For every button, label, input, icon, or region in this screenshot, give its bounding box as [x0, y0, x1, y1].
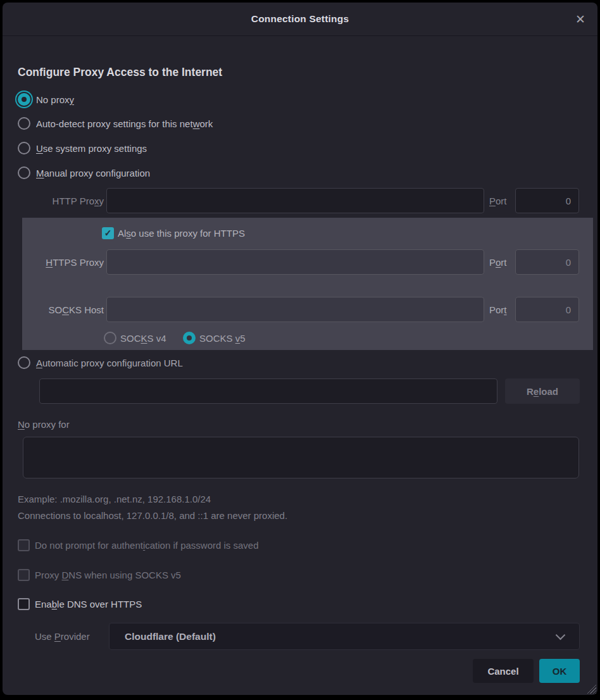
auto-config-url-input: [39, 378, 497, 404]
radio-label-auto-detect: Auto-detect proxy settings for this netw…: [36, 118, 213, 129]
https-proxy-row: HTTPS Proxy Port: [18, 249, 582, 275]
close-icon: ✕: [575, 12, 585, 27]
checkbox-proxy-dns: Proxy DNS when using SOCKS v5: [18, 567, 181, 582]
radio-option-manual-proxy[interactable]: Manual proxy configuration: [18, 165, 150, 181]
radio-label-socks-v4: SOCKS v4: [120, 333, 166, 344]
dialog-titlebar: Connection Settings: [3, 3, 597, 36]
no-proxy-example-text: Example: .mozilla.org, .net.nz, 192.168.…: [18, 492, 211, 506]
socks-port-label: Port: [489, 304, 513, 315]
checkbox-enable-doh[interactable]: Enable DNS over HTTPS: [18, 596, 142, 611]
page-title: Configure Proxy Access to the Internet: [18, 66, 222, 79]
socks-port-input: [515, 297, 579, 322]
no-proxy-for-textarea: [23, 437, 579, 478]
radio-label-no-proxy: No proxy: [36, 94, 74, 105]
radio-label-socks-v5: SOCKS v5: [199, 333, 246, 344]
https-port-label: Port: [489, 257, 513, 268]
radio-selected-icon: [183, 332, 196, 344]
close-button[interactable]: ✕: [572, 11, 589, 27]
http-proxy-label: HTTP Proxy: [18, 196, 104, 206]
checkbox-icon: [18, 539, 30, 551]
checkbox-label-no-prompt: Do not prompt for authentication if pass…: [35, 540, 259, 551]
socks-host-row: SOCKS Host Port: [18, 297, 582, 322]
socks-host-input: [106, 297, 484, 322]
checkbox-checked-icon: ✓: [102, 227, 114, 239]
radio-option-auto-config-url[interactable]: Automatic proxy configuration URL: [18, 354, 183, 371]
checkbox-icon: [18, 569, 30, 581]
check-icon: ✓: [104, 228, 112, 238]
radio-option-socks-v5: SOCKS v5: [183, 330, 246, 346]
radio-selected-icon: [18, 93, 30, 106]
connection-settings-dialog: Connection Settings ✕ Configure Proxy Ac…: [3, 3, 597, 695]
checkbox-also-use-https: ✓ Also use this proxy for HTTPS: [102, 225, 245, 241]
radio-label-system-proxy: Use system proxy settings: [36, 143, 147, 154]
checkbox-label-also-https: Also use this proxy for HTTPS: [118, 228, 245, 239]
localhost-note-text: Connections to localhost, 127.0.0.1/8, a…: [18, 508, 287, 522]
https-proxy-input: [106, 249, 484, 275]
https-port-input: [515, 249, 579, 275]
provider-dropdown-value: Cloudflare (Default): [109, 631, 216, 642]
http-port-label: Port: [489, 196, 513, 206]
socks-host-label: SOCKS Host: [18, 304, 104, 315]
dialog-title: Connection Settings: [251, 13, 349, 25]
radio-icon: [104, 332, 116, 344]
radio-icon: [18, 166, 30, 179]
radio-option-socks-v4: SOCKS v4: [104, 330, 166, 346]
checkbox-icon: [18, 598, 30, 610]
reload-button: Reload: [505, 378, 580, 404]
checkbox-no-prompt-auth: Do not prompt for authentication if pass…: [18, 537, 259, 553]
resize-grip[interactable]: [587, 684, 596, 694]
chevron-down-icon: [556, 630, 566, 640]
checkbox-label-proxy-dns: Proxy DNS when using SOCKS v5: [35, 570, 181, 580]
cancel-button[interactable]: Cancel: [473, 659, 534, 683]
http-proxy-input: [106, 188, 484, 213]
radio-icon: [18, 142, 30, 154]
radio-label-auto-config-url: Automatic proxy configuration URL: [36, 358, 183, 368]
radio-icon: [18, 117, 30, 130]
use-provider-label: Use Provider: [35, 623, 90, 650]
checkbox-label-enable-doh: Enable DNS over HTTPS: [35, 599, 142, 609]
radio-icon: [18, 356, 30, 369]
http-proxy-row: HTTP Proxy Port: [18, 188, 582, 213]
ok-button[interactable]: OK: [539, 659, 580, 683]
radio-label-manual-proxy: Manual proxy configuration: [36, 168, 150, 178]
http-port-input: [515, 188, 579, 213]
auto-config-url-row: Reload: [39, 378, 580, 404]
https-proxy-label: HTTPS Proxy: [18, 257, 104, 268]
radio-option-no-proxy[interactable]: No proxy: [18, 91, 74, 108]
radio-option-system-proxy[interactable]: Use system proxy settings: [18, 140, 147, 156]
radio-option-auto-detect[interactable]: Auto-detect proxy settings for this netw…: [18, 115, 213, 132]
provider-dropdown: Cloudflare (Default): [109, 623, 580, 650]
no-proxy-for-label: No proxy for: [18, 417, 70, 431]
